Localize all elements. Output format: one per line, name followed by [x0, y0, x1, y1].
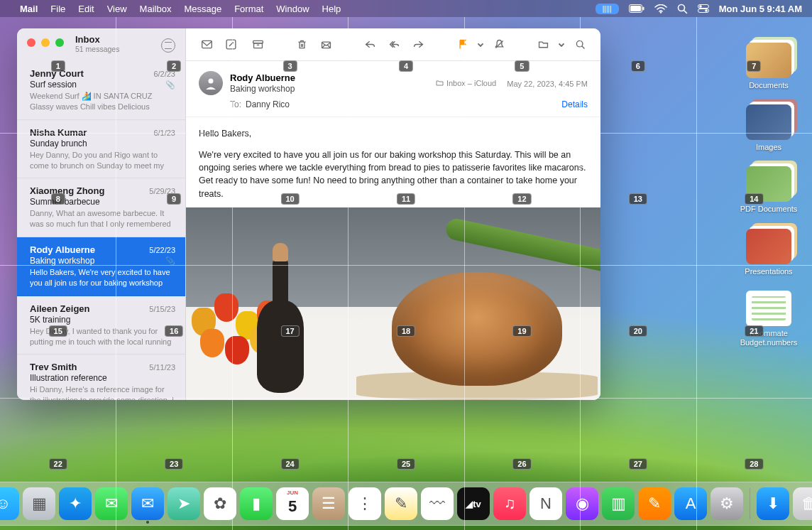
desktop-item[interactable]: PDF Documents	[738, 166, 799, 214]
message-list-item[interactable]: Aileen Zeigen5/15/23 5K training Hey Dan…	[17, 296, 185, 355]
message-from: Rody Albuerne	[230, 72, 295, 83]
mail-sidebar: Inbox 51 messages Jenny Court6/2/23 Surf…	[17, 28, 186, 400]
message-preview: Danny, What an awesome barbecue. It was …	[30, 208, 175, 229]
svg-rect-2	[642, 7, 644, 11]
dock-freeform[interactable]: 〰	[421, 487, 454, 520]
message-sender: Nisha Kumar	[30, 127, 87, 138]
desktop-item[interactable]: Roommate Budget.numbers	[738, 291, 799, 347]
message-list-item[interactable]: Jenny Court6/2/23 Surf session📎 Weekend …	[17, 61, 185, 120]
details-button[interactable]: Details	[561, 99, 588, 109]
control-center-icon[interactable]	[698, 4, 709, 13]
desktop-item[interactable]: Presentations	[738, 229, 799, 276]
message-list-item[interactable]: Nisha Kumar6/1/23 Sunday brunch Hey Dann…	[17, 120, 185, 179]
menu-mailbox[interactable]: Mailbox	[140, 4, 172, 14]
dock-settings[interactable]: ⚙	[710, 487, 743, 520]
dock-podcasts[interactable]: ◉	[566, 487, 598, 520]
folder-icon	[746, 229, 791, 264]
message-preview: Weekend Surf 🏄 IN SANTA CRUZ Glassy wave…	[30, 91, 175, 112]
dock-mail[interactable]: ✉	[131, 487, 164, 520]
desktop-item-label: Documents	[749, 81, 789, 90]
dock-trash[interactable]: 🗑	[793, 487, 812, 520]
menu-message[interactable]: Message	[184, 4, 221, 14]
compose-icon[interactable]	[220, 36, 241, 54]
move-icon[interactable]	[532, 36, 554, 54]
filter-icon[interactable]	[161, 38, 175, 53]
folder-icon	[746, 104, 791, 140]
forward-icon[interactable]	[407, 36, 429, 54]
dock-reminders[interactable]: ⋮	[349, 487, 381, 520]
dock-news[interactable]: N	[530, 487, 562, 520]
message-list-item[interactable]: Rody Albuerne5/22/23 Baking workshop📎 He…	[17, 237, 185, 296]
dock-finder[interactable]: ☺	[0, 487, 19, 520]
spotlight-icon[interactable]	[677, 4, 688, 14]
dock-calendar[interactable]: JUN5	[276, 487, 309, 520]
menu-file[interactable]: File	[50, 4, 65, 14]
search-icon[interactable]	[569, 36, 591, 54]
message-subject-line: 5K training	[30, 315, 175, 325]
menubar-clock[interactable]: Mon Jun 5 9:41 AM	[719, 4, 802, 14]
dock-safari[interactable]: ✦	[59, 487, 92, 520]
reply-all-icon[interactable]	[383, 36, 405, 54]
message-preview: Hey Danny, I wanted to thank you for put…	[30, 326, 175, 347]
message-sender: Trev Smith	[30, 362, 77, 372]
dock-appstore[interactable]: A	[674, 487, 707, 520]
flag-dropdown-icon[interactable]	[476, 36, 485, 54]
avatar	[199, 71, 223, 95]
dock-notes[interactable]: ✎	[385, 487, 417, 520]
desktop-item-label: Roommate Budget.numbers	[738, 329, 799, 347]
voice-control-icon[interactable]: |||||	[596, 4, 619, 14]
svg-line-5	[684, 10, 686, 13]
junk-icon[interactable]	[315, 36, 336, 54]
move-dropdown-icon[interactable]	[556, 36, 566, 54]
dock-facetime[interactable]: ▮	[240, 487, 273, 520]
menu-view[interactable]: View	[107, 4, 127, 14]
desktop-item-label: Presentations	[745, 267, 792, 276]
envelope-icon[interactable]	[196, 36, 217, 54]
message-greeting: Hello Bakers,	[199, 127, 588, 140]
message-subject-line: Summer barbecue	[30, 197, 175, 207]
dock-messages[interactable]: ✉	[95, 487, 128, 520]
message-date: 5/11/23	[149, 363, 175, 372]
menu-help[interactable]: Help	[322, 4, 341, 14]
dock-photos[interactable]: ✿	[204, 487, 236, 520]
menu-format[interactable]: Format	[234, 4, 263, 14]
desktop-item[interactable]: Documents	[738, 43, 799, 90]
dock-contacts[interactable]: ☰	[312, 487, 345, 520]
message-list-item[interactable]: Xiaomeng Zhong5/29/23 Summer barbecue Da…	[17, 178, 185, 237]
message-list[interactable]: Jenny Court6/2/23 Surf session📎 Weekend …	[17, 61, 185, 400]
message-subject-line: Illustration reference	[30, 373, 175, 383]
mail-content-pane: Rody Albuerne Baking workshop Inbox – iC…	[186, 28, 600, 400]
dock-pages[interactable]: ✎	[638, 487, 671, 520]
flag-icon[interactable]	[451, 36, 473, 54]
dock-numbers[interactable]: ▥	[602, 487, 635, 520]
svg-point-3	[660, 11, 662, 13]
to-name[interactable]: Danny Rico	[246, 99, 290, 109]
dock-downloads[interactable]: ⬇	[757, 487, 789, 520]
message-date: 5/22/23	[149, 246, 175, 254]
mute-icon[interactable]	[488, 36, 510, 54]
app-menu[interactable]: Mail	[20, 4, 38, 14]
battery-icon[interactable]	[629, 4, 644, 13]
desktop-item[interactable]: Images	[738, 104, 799, 152]
reply-icon[interactable]	[359, 36, 380, 54]
archive-icon[interactable]	[247, 36, 268, 54]
dock-launchpad[interactable]: ▦	[23, 487, 55, 520]
message-mailbox[interactable]: Inbox – iCloud	[436, 79, 496, 87]
svg-line-20	[582, 46, 584, 48]
message-timestamp: May 22, 2023, 4:45 PM	[507, 79, 588, 87]
svg-point-7	[699, 5, 702, 8]
attachment-icon: 📎	[165, 80, 175, 90]
message-subject: Baking workshop	[230, 84, 295, 94]
dock-maps[interactable]: ➤	[168, 487, 200, 520]
dock-tv[interactable]: ◢tv	[457, 487, 490, 520]
menu-window[interactable]: Window	[276, 4, 309, 14]
wifi-icon[interactable]	[654, 4, 667, 13]
message-body: Hello Bakers, We're very excited to have…	[186, 117, 600, 400]
menu-edit[interactable]: Edit	[78, 4, 94, 14]
trash-icon[interactable]	[291, 36, 312, 54]
message-preview: Hello Bakers, We're very excited to have…	[30, 267, 175, 288]
dock-music[interactable]: ♫	[493, 487, 526, 520]
message-list-item[interactable]: Trev Smith5/11/23 Illustration reference…	[17, 355, 185, 400]
message-header: Rody Albuerne Baking workshop Inbox – iC…	[186, 61, 600, 117]
window-traffic-lights[interactable]	[27, 38, 64, 47]
